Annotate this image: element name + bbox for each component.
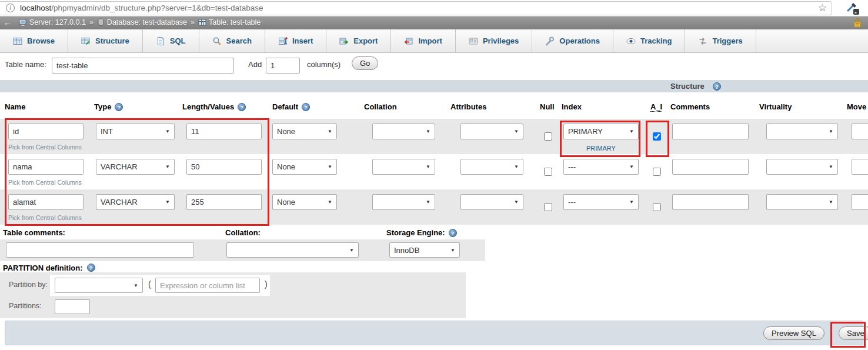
help-icon[interactable]: ?: [87, 264, 95, 272]
attributes-select[interactable]: ▼: [460, 194, 523, 210]
index-select[interactable]: ---▼: [563, 194, 639, 210]
caret-down-icon: ▼: [328, 199, 332, 205]
default-select[interactable]: None▼: [272, 194, 337, 210]
url-text[interactable]: localhost/phpmyadmin/db_structure.php?se…: [20, 4, 263, 12]
breadcrumb-database[interactable]: Database: test-database: [97, 18, 187, 26]
tab-structure[interactable]: Structure: [68, 29, 143, 52]
url-path: /phpmyadmin/db_structure.php?server=1&db…: [51, 4, 263, 12]
type-select[interactable]: VARCHAR▼: [96, 194, 175, 210]
length-input[interactable]: [186, 194, 262, 210]
help-icon[interactable]: ?: [115, 103, 123, 111]
pick-central-columns-link[interactable]: Pick from Central Columns: [8, 214, 82, 221]
partition-by-label: Partition by:: [9, 281, 48, 289]
breadcrumb-bar: ← Server: 127.0.0.1 » Database: test-dat…: [0, 16, 868, 29]
table-options-labels: Table comments: Collation: Storage Engin…: [0, 227, 868, 239]
caret-down-icon: ▼: [629, 164, 634, 169]
eyedropper-icon[interactable]: [845, 1, 860, 15]
breadcrumb-table[interactable]: Table: test-table: [198, 18, 261, 26]
tab-insert[interactable]: Insert: [265, 29, 326, 52]
type-select[interactable]: INT▼: [96, 124, 175, 139]
save-button[interactable]: Save: [839, 326, 868, 340]
index-select[interactable]: ---▼: [563, 159, 639, 175]
structure-title: Structure: [670, 82, 705, 91]
page-info-icon[interactable]: i: [6, 4, 15, 12]
tab-triggers[interactable]: Triggers: [685, 29, 756, 52]
move-select[interactable]: [852, 194, 868, 210]
table-name-input[interactable]: [52, 58, 234, 74]
length-input[interactable]: [186, 124, 262, 139]
breadcrumb-server[interactable]: Server: 127.0.0.1: [19, 18, 86, 26]
pick-central-columns-link[interactable]: Pick from Central Columns: [8, 179, 82, 186]
tab-privileges[interactable]: Privileges: [456, 29, 532, 52]
partition-expression-input[interactable]: [155, 278, 260, 293]
add-label: Add: [248, 60, 262, 69]
tab-operations[interactable]: Operations: [532, 29, 613, 52]
help-icon[interactable]: ?: [302, 103, 310, 111]
comments-input[interactable]: [672, 159, 749, 175]
bookmark-star-icon[interactable]: ☆: [818, 2, 827, 14]
pick-central-columns-link[interactable]: Pick from Central Columns: [8, 144, 82, 151]
table-options-band: ▼ InnoDB▼: [0, 239, 485, 261]
back-arrow-icon[interactable]: ←: [4, 18, 12, 27]
column-header-move: Move: [847, 102, 866, 111]
null-checkbox[interactable]: [544, 132, 552, 141]
tab-export[interactable]: Export: [326, 29, 391, 52]
auto-increment-checkbox[interactable]: [653, 203, 661, 211]
collation-select[interactable]: ▼: [372, 194, 435, 210]
length-input[interactable]: [186, 159, 262, 175]
virtuality-select[interactable]: ▼: [766, 124, 838, 139]
column-header-default: Default?: [272, 102, 310, 111]
tab-import[interactable]: Import: [391, 29, 455, 52]
tab-label: Browse: [27, 36, 55, 45]
comments-input[interactable]: [672, 124, 749, 139]
default-select[interactable]: None▼: [272, 159, 337, 175]
type-select[interactable]: VARCHAR▼: [96, 159, 175, 175]
table-name-bar: Table name: Add column(s) Go: [0, 53, 868, 76]
auto-increment-checkbox[interactable]: [653, 168, 661, 176]
add-columns-count-input[interactable]: [266, 58, 300, 74]
storage-engine-select[interactable]: InnoDB▼: [389, 242, 460, 258]
partitions-count-input[interactable]: [55, 299, 90, 314]
name-input[interactable]: [8, 194, 84, 210]
caret-down-icon: ▼: [133, 283, 138, 288]
storage-engine-label: Storage Engine:?: [386, 228, 457, 237]
caret-down-icon: ▼: [426, 129, 430, 134]
table-comments-input[interactable]: [6, 242, 194, 258]
index-select[interactable]: PRIMARY▼: [563, 124, 639, 139]
partition-by-select[interactable]: ▼: [55, 278, 143, 293]
tab-sql[interactable]: SQL: [143, 29, 199, 52]
collation-select[interactable]: ▼: [372, 159, 435, 175]
attributes-select[interactable]: ▼: [460, 124, 523, 139]
tab-browse[interactable]: Browse: [0, 29, 68, 52]
collation-select[interactable]: ▼: [372, 124, 435, 139]
go-button[interactable]: Go: [352, 56, 378, 70]
help-icon[interactable]: ?: [449, 229, 457, 237]
virtuality-select[interactable]: ▼: [766, 159, 838, 175]
table-collation-select[interactable]: ▼: [226, 242, 359, 258]
virtuality-select[interactable]: ▼: [766, 194, 838, 210]
move-select[interactable]: [852, 124, 868, 139]
caret-down-icon: ▼: [450, 248, 455, 253]
name-input[interactable]: [8, 124, 84, 139]
auto-increment-checkbox[interactable]: [653, 132, 661, 141]
tab-search[interactable]: Search: [199, 29, 265, 52]
preview-sql-button[interactable]: Preview SQL: [763, 326, 824, 340]
column-header-virtuality: Virtuality: [759, 102, 792, 111]
help-icon[interactable]: ?: [238, 103, 246, 111]
caret-down-icon: ▼: [829, 164, 833, 169]
breadcrumb-separator: »: [89, 18, 94, 26]
name-input[interactable]: [8, 159, 84, 175]
tab-label: Triggers: [712, 36, 742, 45]
default-select[interactable]: None▼: [272, 124, 337, 139]
column-definition-row: Pick from Central Columns VARCHAR▼ None▼…: [0, 154, 868, 189]
null-checkbox[interactable]: [544, 203, 552, 211]
table-icon: [198, 19, 206, 26]
tab-tracking[interactable]: Tracking: [613, 29, 685, 52]
move-select[interactable]: [852, 159, 868, 175]
caret-down-icon: ▼: [349, 248, 354, 253]
comments-input[interactable]: [672, 194, 749, 210]
help-icon[interactable]: ?: [713, 82, 721, 91]
primary-index-link[interactable]: PRIMARY: [563, 145, 639, 152]
null-checkbox[interactable]: [544, 168, 552, 176]
attributes-select[interactable]: ▼: [460, 159, 523, 175]
